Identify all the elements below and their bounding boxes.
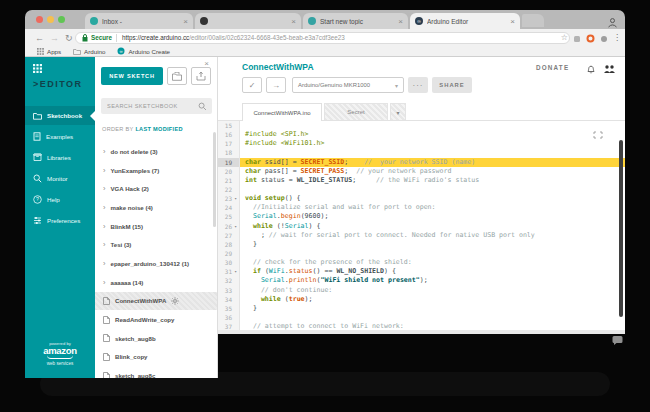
extension-gray-icon[interactable] xyxy=(600,29,608,47)
sketch-item[interactable]: ›make noise (4) xyxy=(95,198,218,217)
code-line[interactable]: 16#include <SPI.h> xyxy=(218,130,625,139)
back-icon[interactable]: ← xyxy=(35,33,44,43)
import-sketch-button[interactable] xyxy=(191,67,211,85)
donate-link[interactable]: DONATE xyxy=(536,64,569,71)
code-line[interactable]: 26▾ while (!Serial) { xyxy=(218,222,625,231)
sidebar-item-monitor[interactable]: Monitor xyxy=(25,169,95,188)
code-line[interactable]: 18 xyxy=(218,148,625,157)
code-line[interactable]: 15 xyxy=(218,121,625,130)
community-icon[interactable] xyxy=(603,61,616,79)
bookmark-arduino-create[interactable]: ∞ Arduino Create xyxy=(117,47,170,55)
sketch-item[interactable]: ›do not delete (3) xyxy=(95,142,218,161)
more-options-button[interactable]: ··· xyxy=(408,77,428,93)
sketch-item[interactable]: ›VGA Hack (2) xyxy=(95,179,218,198)
fold-caret-icon[interactable] xyxy=(232,167,239,176)
fold-caret-icon[interactable] xyxy=(232,313,239,322)
fold-caret-icon[interactable] xyxy=(232,286,239,295)
sketch-item[interactable]: ReadAndWrite_copy xyxy=(95,310,218,329)
browser-tab-arduino-editor[interactable]: ∞ Arduino Editor × xyxy=(410,13,520,29)
fold-caret-icon[interactable] xyxy=(232,212,239,221)
fold-caret-icon[interactable]: ▾ xyxy=(232,194,239,203)
zoom-window-button[interactable] xyxy=(58,16,65,23)
fold-caret-icon[interactable] xyxy=(232,258,239,267)
upload-button[interactable]: → xyxy=(266,77,286,93)
browser-menu-icon[interactable]: ⋮ xyxy=(613,33,621,42)
search-icon[interactable] xyxy=(198,102,207,111)
bookmark-star-icon[interactable]: ☆ xyxy=(561,33,568,42)
fold-caret-icon[interactable] xyxy=(232,231,239,240)
sidebar-item-sketchbook[interactable]: Sketchbook xyxy=(25,106,95,125)
fold-caret-icon[interactable] xyxy=(232,176,239,185)
code-line[interactable]: 32 Serial.println("WiFi shield not prese… xyxy=(218,276,625,285)
code-line[interactable]: 22 xyxy=(218,185,625,194)
code-line[interactable]: 29 xyxy=(218,249,625,258)
close-window-button[interactable] xyxy=(36,16,43,23)
tab-secret[interactable]: Secret xyxy=(324,103,388,121)
bookmark-apps[interactable]: Apps xyxy=(37,48,61,55)
code-editor[interactable]: 1516#include <SPI.h>17#include <WiFi101.… xyxy=(218,120,625,330)
browser-tab-start-new-topic[interactable]: Start new topic × xyxy=(303,13,408,29)
sidebar-item-preferences[interactable]: Preferences xyxy=(25,211,95,230)
fold-caret-icon[interactable] xyxy=(232,158,239,167)
code-line[interactable]: 36 xyxy=(218,313,625,322)
bookmark-arduino[interactable]: Arduino xyxy=(73,48,105,55)
address-bar[interactable]: Secure https://create.arduino.cc /editor… xyxy=(75,32,570,44)
fold-caret-icon[interactable] xyxy=(232,130,239,139)
fold-caret-icon[interactable] xyxy=(232,139,239,148)
fold-caret-icon[interactable] xyxy=(232,249,239,258)
code-line[interactable]: 30 // check for the presence of the shie… xyxy=(218,258,625,267)
tab-close-icon[interactable]: × xyxy=(398,17,403,26)
fold-caret-icon[interactable] xyxy=(232,121,239,130)
app-grid-icon[interactable] xyxy=(33,64,42,73)
forward-icon[interactable]: → xyxy=(50,33,59,43)
fold-caret-icon[interactable] xyxy=(232,148,239,157)
gear-icon[interactable] xyxy=(171,297,179,305)
reload-icon[interactable]: ↻ xyxy=(65,33,73,43)
fullscreen-icon[interactable] xyxy=(593,125,603,143)
tab-menu-button[interactable]: ▾ xyxy=(390,103,406,121)
sketch-item[interactable]: ConnectWithWPA xyxy=(95,292,218,311)
fold-caret-icon[interactable] xyxy=(232,276,239,285)
code-line[interactable]: 21int status = WL_IDLE_STATUS; // the Wi… xyxy=(218,176,625,185)
code-line[interactable]: 25 Serial.begin(9600); xyxy=(218,212,625,221)
chat-bubble-icon[interactable] xyxy=(612,332,623,350)
tab-close-icon[interactable]: × xyxy=(291,17,296,26)
search-input[interactable] xyxy=(101,103,198,109)
fold-caret-icon[interactable] xyxy=(232,185,239,194)
sketch-item[interactable]: Blink_copy xyxy=(95,348,218,367)
fold-caret-icon[interactable]: ▾ xyxy=(232,267,239,276)
fold-caret-icon[interactable]: ▾ xyxy=(232,222,239,231)
order-by[interactable]: ORDER BY LAST MODIFIED xyxy=(102,126,183,132)
code-line[interactable]: 37 // attempt to connect to WiFi network… xyxy=(218,322,625,330)
sketchbook-scrollbar[interactable] xyxy=(213,132,216,227)
sketch-item[interactable]: ›Tesi (3) xyxy=(95,235,218,254)
sketch-item[interactable]: ›YunExamples (7) xyxy=(95,161,218,180)
sketch-item[interactable]: ›BlinkM (15) xyxy=(95,217,218,236)
minimize-window-button[interactable] xyxy=(47,16,54,23)
sketch-item[interactable]: ›epaper_arduino_130412 (1) xyxy=(95,254,218,273)
editor-scrollbar[interactable] xyxy=(619,140,623,317)
code-line[interactable]: 34 while (true); xyxy=(218,295,625,304)
fold-caret-icon[interactable] xyxy=(232,240,239,249)
tab-close-icon[interactable]: × xyxy=(183,17,188,26)
fold-caret-icon[interactable] xyxy=(232,322,239,330)
board-selector[interactable]: Arduino/Genuino MKR1000 ▾ xyxy=(292,77,404,93)
verify-button[interactable]: ✓ xyxy=(242,77,262,93)
code-line[interactable]: 27 ; // wait for serial port to connect.… xyxy=(218,231,625,240)
code-line[interactable]: 35 } xyxy=(218,304,625,313)
fold-caret-icon[interactable] xyxy=(232,295,239,304)
code-line[interactable]: 24 //Initialize serial and wait for port… xyxy=(218,203,625,212)
share-button[interactable]: SHARE xyxy=(432,77,472,93)
code-line[interactable]: 19char ssid[] = SECRET_SSID; // your net… xyxy=(218,158,625,167)
sidebar-item-help[interactable]: ? Help xyxy=(25,190,95,209)
new-folder-button[interactable] xyxy=(167,67,187,85)
code-line[interactable]: 23▾void setup() { xyxy=(218,194,625,203)
code-line[interactable]: 20char pass[] = SECRET_PASS; // your net… xyxy=(218,167,625,176)
new-sketch-button[interactable]: NEW SKETCH xyxy=(101,67,163,85)
new-tab-button[interactable] xyxy=(522,14,544,27)
browser-tab-github[interactable]: × xyxy=(195,13,301,29)
sidebar-item-examples[interactable]: Examples xyxy=(25,127,95,146)
code-line[interactable]: 28 } xyxy=(218,240,625,249)
notifications-bell-icon[interactable] xyxy=(586,61,596,79)
sketch-item[interactable]: sketch_aug8c xyxy=(95,366,218,378)
